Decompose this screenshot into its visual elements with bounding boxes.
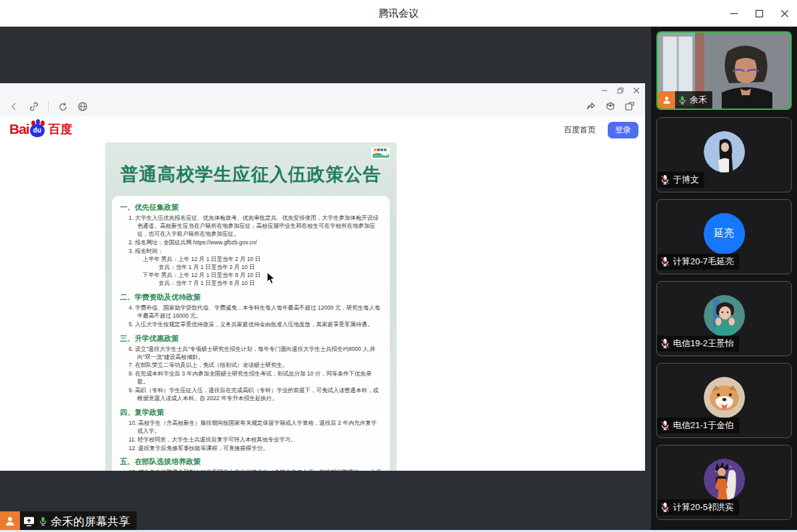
participant-label: 电信19-2王景怡	[657, 336, 739, 352]
participant-tile-qihongbin[interactable]: 计算20-5祁洪宾	[656, 445, 792, 520]
schedule-line: 女兵：当年 1 月 1 日至当年 2 月 10 日	[120, 264, 382, 272]
window-titlebar: 腾讯会议	[0, 0, 797, 27]
popup-window-button[interactable]	[624, 101, 636, 113]
participant-label: 于博文	[657, 172, 704, 188]
person-icon	[4, 515, 16, 527]
participant-label: 余禾	[658, 91, 712, 109]
policy-section-4: 四、复学政策 10. 高校学生（含高校新生）服役期间按国家有关规定保留学籍或入学…	[120, 407, 382, 453]
shared-browser-window: Bai du 百度 百度首页 登录	[0, 83, 645, 471]
baidu-header: Bai du 百度 百度首页 登录	[0, 117, 645, 142]
section-heading: 二、学费资助及优待政策	[120, 292, 382, 302]
policy-item: 11. 经学校同意，大学生士兵退役后复学可转入本校其他专业学习。	[120, 436, 382, 444]
section-heading: 一、优先征集政策	[120, 202, 382, 212]
browser-close-button[interactable]	[632, 86, 641, 95]
mic-muted-icon	[660, 502, 670, 513]
browser-content: 普通高校学生应征入伍政策公告 一、优先征集政策 1. 大学生入伍优先报名应征、优…	[0, 142, 645, 471]
close-icon	[633, 87, 640, 94]
close-button[interactable]	[772, 0, 797, 27]
mic-on-icon	[678, 95, 687, 105]
participant-tile-yubowen[interactable]: 于博文	[656, 117, 792, 192]
toolbar-divider	[48, 102, 49, 111]
document-body-panel: 一、优先征集政策 1. 大学生入伍优先报名应征、优先体检政考、优先审批定兵、优先…	[112, 196, 390, 471]
baidu-logo-cn: 百度	[49, 121, 73, 137]
back-icon	[9, 102, 19, 111]
screen-share-banner: 余禾的屏幕共享	[0, 511, 137, 531]
policy-document: 普通高校学生应征入伍政策公告 一、优先征集政策 1. 大学生入伍优先报名应征、优…	[105, 142, 397, 471]
browser-minimize-button[interactable]	[600, 86, 609, 95]
baidu-logo[interactable]: Bai du 百度	[9, 121, 73, 137]
policy-item: 10. 高校学生（含高校新生）服役期间按国家有关规定保留学籍或入学资格，退役后 …	[120, 419, 382, 435]
site-mode-button[interactable]	[77, 101, 89, 113]
window-controls	[721, 0, 797, 27]
minimize-icon	[730, 9, 738, 18]
mic-muted-icon	[660, 256, 670, 267]
schedule-line: 女兵：当年 7 月 1 日至当年 8 月 10 日	[120, 280, 382, 288]
refresh-icon	[58, 102, 68, 112]
window-title: 腾讯会议	[0, 7, 797, 20]
minimize-button[interactable]	[721, 0, 746, 27]
participant-avatar	[704, 377, 745, 418]
participant-name: 计算20-5祁洪宾	[673, 501, 734, 513]
participant-label: 电信21-1于金伯	[657, 417, 739, 433]
mic-muted-icon	[660, 174, 670, 185]
maximize-button[interactable]	[746, 0, 772, 27]
snapshot-button[interactable]	[604, 101, 616, 113]
document-title: 普通高校学生应征入伍政策公告	[105, 162, 397, 186]
baidu-home-link[interactable]: 百度首页	[564, 125, 596, 136]
tencent-meeting-window: 腾讯会议	[0, 0, 797, 532]
policy-section-5: 五、在部队选拔培养政策 13. 符合条件的取得全日制本科学历和学士学位的毕业生（…	[120, 457, 382, 471]
policy-section-1: 一、优先征集政策 1. 大学生入伍优先报名应征、优先体检政考、优先审批定兵、优先…	[120, 202, 382, 288]
participant-avatar	[704, 459, 745, 500]
policy-item: 4. 学费补偿、国家助学贷款代偿、学费减免，本专科生每人每年最高不超过 1200…	[120, 304, 382, 320]
share-arrow-icon	[586, 101, 596, 112]
policy-item: 9. 高职（专科）学生应征入伍，退役后在完成高职（专科）学业的前提下，可免试入读…	[120, 387, 382, 403]
participant-tile-maoyanliang[interactable]: 延亮 计算20-7毛延亮	[656, 199, 792, 274]
mouse-cursor-icon	[267, 272, 276, 285]
copy-link-button[interactable]	[28, 101, 40, 113]
participant-name: 计算20-7毛延亮	[673, 256, 734, 268]
schedule-line: 下半年 男兵：上年 12 月 1 日至当年 8 月 10 日	[120, 272, 382, 280]
mic-muted-icon	[660, 420, 670, 431]
participant-tile-wangjingyi[interactable]: 电信19-2王景怡	[656, 281, 792, 356]
policy-section-3: 三、升学优惠政策 6. 设立"退役大学生士兵"专项硕士研究生招生计划，每年专门面…	[120, 334, 382, 403]
participant-name: 电信19-2王景怡	[673, 338, 734, 350]
section-heading: 五、在部队选拔培养政策	[120, 457, 382, 467]
policy-item: 8. 在完成本科学业后 3 年内参加全国硕士研究生招生考试，初试总分加 10 分…	[120, 370, 382, 386]
screen-share-icon	[23, 516, 35, 527]
person-icon	[662, 95, 672, 105]
browser-restore-button[interactable]	[616, 86, 625, 95]
baidu-paw-icon: du	[30, 121, 47, 137]
policy-item: 1. 大学生入伍优先报名应征、优先体检政考、优先审批定兵、优先安排使用，大学生参…	[120, 214, 382, 238]
window-popup-icon	[624, 101, 635, 112]
share-banner-text: 余禾的屏幕共享	[51, 514, 130, 529]
back-button[interactable]	[8, 101, 20, 113]
maximize-icon	[755, 9, 764, 18]
share-page-button[interactable]	[585, 101, 597, 113]
restore-icon	[617, 87, 624, 94]
browser-window-controls	[600, 86, 641, 95]
participant-name: 电信21-1于金伯	[673, 419, 734, 431]
minimize-icon	[601, 87, 608, 94]
participant-avatar	[704, 131, 745, 172]
host-badge	[658, 91, 675, 109]
policy-item: 7. 在部队荣立二等功及以上，免试（指初试）攻读硕士研究生。	[120, 362, 382, 370]
participant-tile-yujinbo[interactable]: 电信21-1于金伯	[656, 363, 792, 438]
participant-tile-yuhe[interactable]: 余禾	[656, 31, 792, 110]
participants-sidebar[interactable]: 余禾	[651, 27, 797, 532]
refresh-button[interactable]	[57, 101, 69, 113]
schedule-line: 上半年 男兵：上年 12 月 1 日至当年 2 月 10 日	[120, 256, 382, 264]
participant-label: 计算20-7毛延亮	[657, 254, 739, 270]
section-heading: 四、复学政策	[120, 407, 382, 417]
login-button[interactable]: 登录	[608, 122, 638, 138]
participant-label: 计算20-5祁洪宾	[657, 499, 739, 515]
baidu-logo-bai: Bai	[9, 121, 29, 137]
policy-item: 12. 退役复学后免修军事技能等课程，可直接获得学分。	[120, 445, 382, 453]
mic-muted-icon	[660, 338, 670, 349]
section-heading: 三、升学优惠政策	[120, 334, 382, 344]
mic-on-icon	[38, 516, 48, 527]
close-icon	[780, 9, 789, 18]
publisher-logo-icon	[371, 147, 390, 159]
policy-item: 6. 设立"退役大学生士兵"专项硕士研究生招生计划，每年专门面向退役大学生士兵招…	[120, 346, 382, 362]
link-icon	[29, 101, 39, 112]
sharer-avatar-badge	[0, 511, 20, 531]
